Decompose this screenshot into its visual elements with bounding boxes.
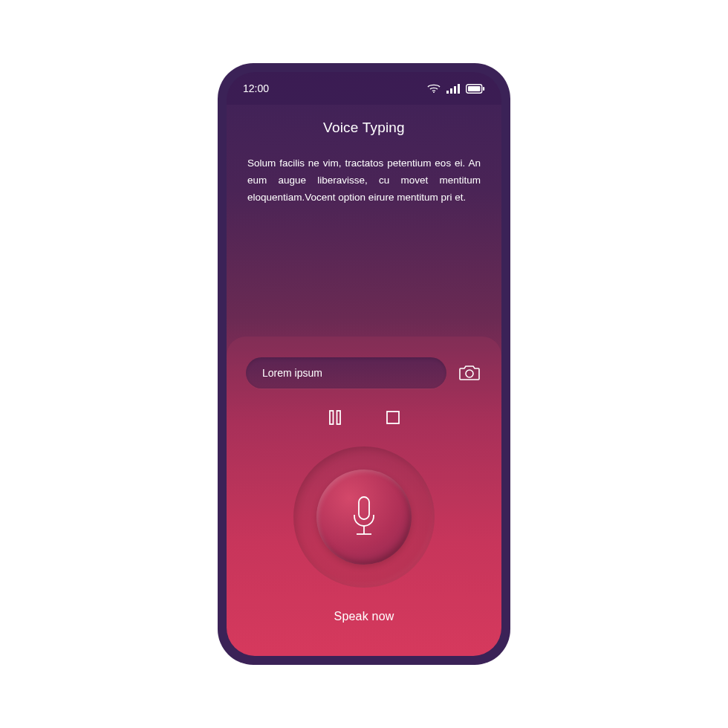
status-time: 12:00 (243, 82, 269, 94)
record-button[interactable] (316, 469, 412, 565)
svg-rect-11 (387, 412, 399, 423)
control-panel: Lorem ipsum (227, 337, 501, 656)
svg-rect-12 (359, 497, 369, 519)
camera-icon (458, 363, 481, 383)
transcription-text: Solum facilis ne vim, tractatos petentiu… (247, 155, 481, 207)
playback-controls (327, 409, 401, 426)
svg-rect-2 (450, 88, 452, 94)
status-icons (427, 83, 485, 94)
svg-point-0 (433, 91, 435, 93)
stop-button[interactable] (385, 409, 401, 426)
text-input-value: Lorem ipsum (262, 367, 322, 379)
battery-icon (466, 84, 485, 94)
text-input[interactable]: Lorem ipsum (246, 357, 446, 389)
phone-frame: 12:00 (218, 63, 510, 665)
svg-rect-4 (458, 84, 460, 94)
camera-button[interactable] (457, 360, 482, 386)
svg-rect-9 (330, 411, 334, 424)
svg-rect-6 (468, 86, 481, 91)
svg-point-8 (466, 370, 473, 377)
svg-rect-3 (454, 86, 456, 94)
speak-prompt: Speak now (334, 610, 394, 623)
svg-rect-7 (483, 87, 484, 91)
app-screen: 12:00 (227, 72, 501, 656)
svg-rect-1 (446, 91, 449, 94)
wifi-icon (427, 83, 441, 94)
page-title: Voice Typing (247, 120, 481, 136)
content-area: Voice Typing Solum facilis ne vim, tract… (227, 105, 501, 207)
stop-icon (386, 411, 400, 424)
pause-icon (329, 410, 341, 425)
signal-icon (446, 84, 460, 94)
mic-button-ring (293, 446, 435, 588)
status-bar: 12:00 (227, 72, 501, 105)
svg-rect-10 (337, 411, 341, 424)
microphone-icon (349, 495, 379, 539)
input-row: Lorem ipsum (246, 357, 482, 389)
pause-button[interactable] (327, 409, 343, 426)
